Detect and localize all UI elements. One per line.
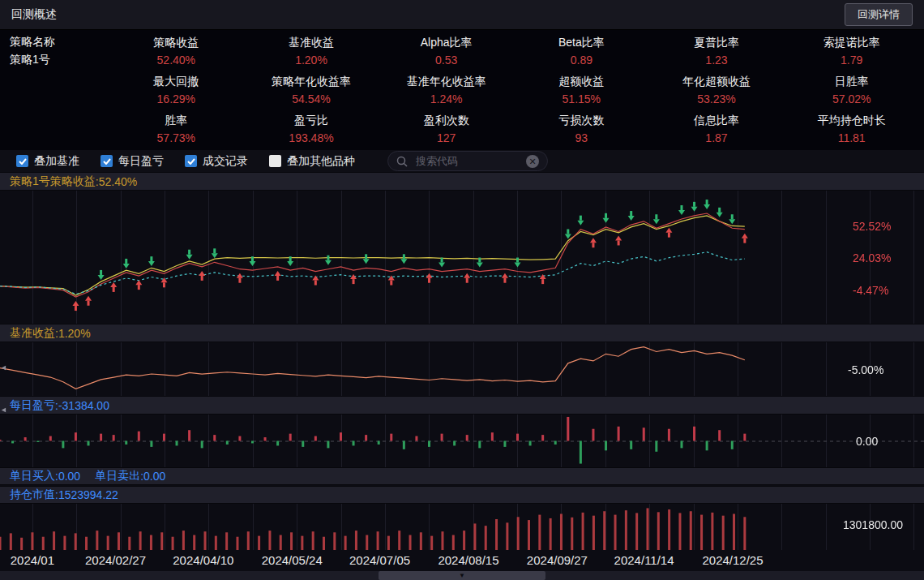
metric: 基准收益1.20% (244, 32, 379, 71)
metric: 索提诺比率1.79 (784, 32, 919, 71)
metric: 平均持仓时长11.81 (784, 110, 919, 148)
position-chart[interactable] (0, 504, 924, 550)
spacer (5, 71, 109, 110)
x-tick: 2024/04/10 (173, 553, 233, 567)
metric: 基准年化收益率1.24% (379, 71, 514, 110)
strategy-name-value: 策略1号 (10, 53, 50, 67)
panel-title-text: 策略1号策略收益 (10, 174, 96, 189)
chart-toolbar: 叠加基准 每日盈亏 成交记录 叠加其他品种 ✕ (0, 150, 924, 172)
checkbox-icon[interactable] (101, 155, 113, 167)
x-tick: 2024/07/05 (349, 553, 410, 567)
checkbox-label: 叠加基准 (34, 154, 79, 169)
metric: Alpha比率0.53 (379, 32, 514, 71)
checkbox-overlay-other[interactable]: 叠加其他品种 (269, 154, 355, 169)
x-tick: 2024/05/24 (262, 553, 323, 567)
clear-search-icon[interactable]: ✕ (526, 155, 539, 168)
x-tick: 2024/12/25 (702, 553, 763, 567)
y-axis-label: 1301800.00 (843, 518, 903, 531)
checkbox-daily-pnl[interactable]: 每日盈亏 (101, 154, 164, 169)
metric: 胜率57.73% (109, 110, 244, 148)
metric: 夏普比率1.23 (649, 32, 785, 71)
daily-sell-label: 单日卖出 (95, 469, 140, 483)
strategy-name: 策略名称 策略1号 (5, 32, 109, 71)
position-panel-title: 持仓市值 : 1523994.22 (0, 486, 924, 504)
search-box[interactable]: ✕ (387, 151, 548, 171)
y-axis-label: 0.00 (856, 435, 878, 448)
search-input[interactable] (414, 154, 520, 168)
page-title: 回测概述 (11, 7, 57, 22)
daily-buy-label: 单日买入 (10, 469, 55, 483)
checkbox-label: 每日盈亏 (118, 154, 164, 169)
metric: 亏损次数93 (514, 110, 649, 148)
y-axis-label: 24.03% (853, 251, 891, 264)
y-axis-label: -4.47% (853, 284, 888, 297)
strategy-name-label: 策略名称 (10, 35, 55, 49)
metric: 年化超额收益53.23% (649, 71, 785, 110)
x-axis: 2024/01 2024/02/27 2024/04/10 2024/05/24… (0, 550, 924, 571)
stats-panel: 策略名称 策略1号 策略收益52.40% 基准收益1.20% Alpha比率0.… (0, 30, 924, 150)
metric: 策略收益52.40% (109, 32, 244, 71)
pane-collapse-icon[interactable]: ◄ (0, 363, 7, 372)
metric: 盈亏比193.48% (244, 110, 379, 148)
checkbox-icon[interactable] (16, 155, 28, 167)
panel-title-text: 每日盈亏 (10, 398, 55, 413)
top-bar: 回测概述 回测详情 (0, 0, 924, 30)
backtest-overview-page: 回测概述 回测详情 策略名称 策略1号 策略收益52.40% 基准收益1.20%… (0, 0, 924, 580)
spacer (5, 110, 109, 148)
metric: 日胜率57.02% (784, 71, 919, 110)
x-tick: 2024/09/27 (527, 553, 588, 567)
panel-title-value: 52.40% (99, 175, 137, 188)
panel-title-value: -31384.00 (58, 399, 109, 412)
y-axis-label: -5.00% (848, 363, 883, 376)
panel-title-text: 基准收益 (10, 326, 55, 341)
time-scrollbar[interactable]: ▼ (0, 571, 924, 580)
checkbox-icon[interactable] (185, 155, 197, 167)
checkbox-icon[interactable] (269, 155, 281, 167)
metric: 盈利次数127 (379, 110, 514, 148)
metric: 最大回撤16.29% (109, 71, 244, 110)
backtest-detail-button[interactable]: 回测详情 (845, 3, 913, 26)
checkbox-trade-records[interactable]: 成交记录 (185, 154, 248, 169)
daily-sell-value: 0.00 (143, 470, 165, 483)
metric: 信息比率1.87 (649, 110, 785, 148)
x-tick: 2024/11/14 (614, 553, 674, 567)
metric: 超额收益51.15% (514, 71, 649, 110)
panel-title-value: 1.20% (58, 327, 91, 340)
metric: 策略年化收益率54.54% (244, 71, 379, 110)
benchmark-panel-title: 基准收益 : 1.20% (0, 324, 924, 342)
y-axis-label: 52.52% (853, 220, 891, 233)
x-tick: 2024/02/27 (85, 553, 146, 567)
daily-pnl-panel-title: 每日盈亏 : -31384.00 (0, 396, 924, 415)
panel-title-value: 1523994.22 (58, 488, 118, 501)
checkbox-label: 叠加其他品种 (287, 154, 355, 169)
x-tick: 2024/08/15 (438, 553, 498, 567)
benchmark-chart[interactable] (0, 342, 924, 396)
search-icon (396, 156, 408, 167)
checkbox-overlay-benchmark[interactable]: 叠加基准 (16, 154, 79, 169)
daily-pnl-chart[interactable] (0, 415, 924, 467)
x-tick: 2024/01 (11, 553, 54, 567)
checkbox-label: 成交记录 (203, 154, 248, 169)
strategy-panel-title: 策略1号策略收益 : 52.40% (0, 172, 924, 191)
strategy-chart[interactable] (0, 191, 924, 324)
metric: Beta比率0.89 (514, 32, 649, 71)
daily-buy-value: 0.00 (58, 470, 80, 483)
panel-title-text: 持仓市值 (10, 488, 55, 502)
scroll-down-icon[interactable]: ▼ (459, 571, 465, 580)
daily-trade-row: 单日买入 : 0.00 单日卖出 : 0.00 (0, 467, 924, 485)
pane-collapse-icon[interactable]: ◄ (0, 406, 7, 414)
